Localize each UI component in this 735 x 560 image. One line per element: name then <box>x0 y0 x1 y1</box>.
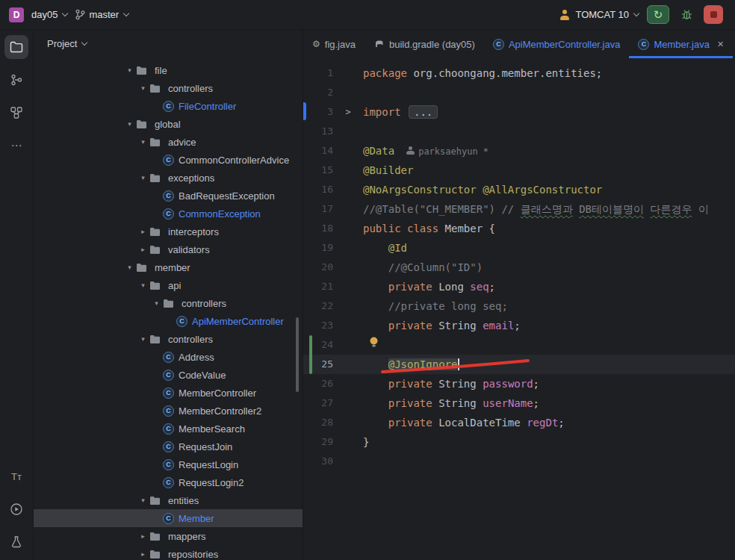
code-line-13[interactable]: 13 <box>303 122 735 141</box>
tree-item-api[interactable]: ▾api <box>34 276 303 294</box>
code-line-2[interactable]: 2 <box>303 83 735 102</box>
tab-member.java[interactable]: CMember.java✕ <box>629 30 733 58</box>
chevron-right-icon[interactable]: ▸ <box>137 550 149 558</box>
structure-tool-button[interactable] <box>4 101 28 125</box>
run-config-selector[interactable]: TOMCAT 10 <box>559 9 639 20</box>
chevron-down-icon[interactable]: ▾ <box>123 120 136 128</box>
chevron-down-icon[interactable]: ▾ <box>137 84 149 92</box>
tree-item-repositories[interactable]: ▸repositories <box>34 545 303 560</box>
debug-button[interactable] <box>677 6 695 24</box>
code-line-30[interactable]: 30 <box>303 452 735 471</box>
code-line-3[interactable]: 3>import ... <box>303 102 735 122</box>
chevron-down-icon[interactable]: ▾ <box>123 264 136 271</box>
more-tool-windows-button[interactable]: ⋯ <box>4 134 28 158</box>
chevron-down-icon[interactable]: ▾ <box>150 299 163 307</box>
line-number[interactable]: 30 <box>303 452 333 471</box>
line-number[interactable]: 13 <box>303 122 333 141</box>
tree-item-controllers[interactable]: ▾controllers <box>34 330 303 348</box>
code-line-23[interactable]: 23 private String email; <box>303 316 735 335</box>
chevron-down-icon[interactable]: ▾ <box>137 497 149 504</box>
tree-item-commonexception[interactable]: CCommonException <box>34 205 303 223</box>
tab-fig.java[interactable]: ⚙fig.java <box>303 30 365 58</box>
line-number[interactable]: 17 <box>303 199 333 219</box>
tree-item-commoncontrolleradvice[interactable]: CCommonControllerAdvice <box>34 151 303 169</box>
line-number[interactable]: 27 <box>303 393 333 413</box>
line-number[interactable]: 15 <box>303 161 333 180</box>
vcs-change-marker-green[interactable] <box>309 335 312 374</box>
tree-item-requestjoin[interactable]: CRequestJoin <box>34 438 303 455</box>
tree-item-exceptions[interactable]: ▾exceptions <box>34 169 303 187</box>
tree-item-controllers[interactable]: ▾controllers <box>34 79 303 97</box>
line-number[interactable]: 26 <box>303 374 333 393</box>
code-line-16[interactable]: 16@NoArgsConstructor @AllArgsConstructor <box>303 180 735 199</box>
tree-item-requestlogin2[interactable]: CRequestLogin2 <box>34 473 303 491</box>
tree-item-membercontroller[interactable]: CMemberController <box>34 384 303 402</box>
tree-scrollbar[interactable] <box>296 317 299 392</box>
chevron-right-icon[interactable]: ▸ <box>137 228 149 235</box>
close-icon[interactable]: ✕ <box>717 40 724 49</box>
chevron-right-icon[interactable]: ▸ <box>137 246 149 253</box>
tab-apimembercontroller.java[interactable]: CApiMemberController.java <box>484 30 630 58</box>
code-line-18[interactable]: 18public class Member { <box>303 219 735 238</box>
line-number[interactable]: 16 <box>303 180 333 199</box>
intention-bulb-icon[interactable] <box>369 337 379 350</box>
tree-item-validators[interactable]: ▸validators <box>34 240 303 258</box>
code-line-25[interactable]: 25 @JsonIgnore <box>303 355 735 374</box>
line-number[interactable]: 20 <box>303 258 333 277</box>
line-number[interactable]: 18 <box>303 219 333 238</box>
line-number[interactable]: 1 <box>303 63 333 83</box>
tree-item-badrequestexception[interactable]: CBadRequestException <box>34 187 303 205</box>
run-button[interactable]: ↻ <box>647 5 669 24</box>
code-line-28[interactable]: 28 private LocalDateTime regDt; <box>303 413 735 432</box>
fold-chevron-icon[interactable]: > <box>333 102 363 122</box>
tree-item-codevalue[interactable]: CCodeValue <box>34 366 303 384</box>
branch-selector[interactable]: master <box>75 9 128 20</box>
services-tool-button[interactable] <box>4 497 28 521</box>
project-tool-button[interactable] <box>4 35 28 59</box>
terminal-tool-button[interactable]: Тт <box>4 464 28 488</box>
tree-item-filecontroller[interactable]: CFileController <box>34 97 303 115</box>
code-line-26[interactable]: 26 private String password; <box>303 374 735 393</box>
tree-item-mappers[interactable]: ▸mappers <box>34 527 303 545</box>
code-line-22[interactable]: 22 //private long seq; <box>303 296 735 316</box>
editor-code[interactable]: 1package org.choongang.member.entities;2… <box>303 58 735 560</box>
code-line-1[interactable]: 1package org.choongang.member.entities; <box>303 63 735 83</box>
tree-item-requestlogin[interactable]: CRequestLogin <box>34 455 303 473</box>
line-number[interactable]: 24 <box>303 335 333 355</box>
tree-item-advice[interactable]: ▾advice <box>34 133 303 151</box>
tree-item-address[interactable]: CAddress <box>34 348 303 366</box>
tree-item-membersearch[interactable]: CMemberSearch <box>34 420 303 438</box>
tree-item-member[interactable]: CMember <box>34 509 303 527</box>
tree-item-interceptors[interactable]: ▸interceptors <box>34 223 303 240</box>
tab-build.gradle-day05[interactable]: build.gradle (day05) <box>365 30 484 58</box>
tree-item-membercontroller2[interactable]: CMemberController2 <box>34 402 303 420</box>
stop-button[interactable] <box>704 5 723 24</box>
line-number[interactable]: 21 <box>303 277 333 296</box>
line-number[interactable]: 3 <box>303 102 333 122</box>
chevron-down-icon[interactable]: ▾ <box>137 335 149 343</box>
chevron-down-icon[interactable]: ▾ <box>137 138 149 146</box>
code-line-27[interactable]: 27 private String userName; <box>303 393 735 413</box>
line-number[interactable]: 19 <box>303 238 333 258</box>
line-number[interactable]: 28 <box>303 413 333 432</box>
tree-item-entities[interactable]: ▾entities <box>34 491 303 509</box>
chevron-down-icon[interactable]: ▾ <box>137 174 149 181</box>
commit-tool-button[interactable] <box>4 68 28 92</box>
line-number[interactable]: 2 <box>303 83 333 102</box>
profiler-tool-button[interactable] <box>4 530 28 554</box>
code-line-24[interactable]: 24 <box>303 335 735 355</box>
code-line-29[interactable]: 29} <box>303 432 735 452</box>
project-panel-header[interactable]: Project <box>34 30 303 57</box>
code-line-14[interactable]: 14@Dataparksaehyun * <box>303 141 735 161</box>
line-number[interactable]: 29 <box>303 432 333 452</box>
code-line-21[interactable]: 21 private Long seq; <box>303 277 735 296</box>
line-number[interactable]: 25 <box>303 355 333 374</box>
line-number[interactable]: 22 <box>303 296 333 316</box>
tree-item-apimembercontroller[interactable]: CApiMemberController <box>34 312 303 330</box>
line-number[interactable]: 23 <box>303 316 333 335</box>
tree-item-file[interactable]: ▾file <box>34 61 303 79</box>
code-line-19[interactable]: 19 @Id <box>303 238 735 258</box>
project-selector[interactable]: day05 <box>31 9 67 20</box>
code-line-15[interactable]: 15@Builder <box>303 161 735 180</box>
line-number[interactable]: 14 <box>303 141 333 161</box>
